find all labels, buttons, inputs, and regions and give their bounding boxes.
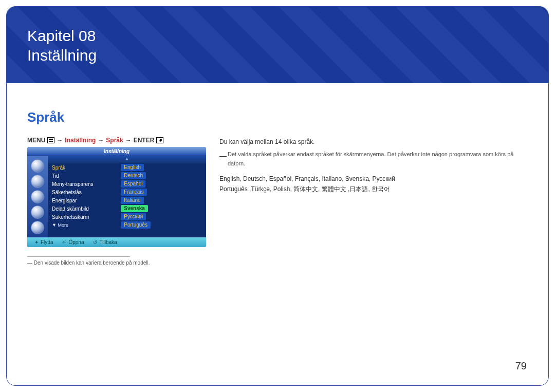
osd-title: Inställning: [27, 147, 206, 156]
arrow-icon: →: [98, 137, 104, 144]
osd-row-value: English: [121, 164, 144, 171]
osd-scroll-up-icon: ▲: [48, 156, 206, 163]
body-note: Det valda språket påverkar endast språke…: [219, 150, 528, 168]
osd-row: Säkerhetslås Français: [48, 188, 206, 196]
image-footnote: Den visade bilden kan variera beroende p…: [27, 260, 207, 266]
osd-row: Språk English: [48, 163, 206, 172]
footnote-rule: [27, 256, 130, 257]
chapter-title: Inställning: [27, 46, 528, 65]
right-column: Du kan välja mellan 14 olika språk. Det …: [219, 137, 528, 194]
osd-more-label: ▼ More: [52, 222, 121, 228]
menu-path-step2: Språk: [106, 137, 123, 144]
chapter-number: Kapitel 08: [27, 26, 528, 46]
osd-row-label: Språk: [52, 165, 121, 171]
osd-footer-move: ✦Flytta: [34, 239, 53, 245]
osd-tab-icon: [31, 206, 44, 219]
osd-row-value: Français: [121, 189, 146, 196]
chapter-banner: Kapitel 08 Inställning: [7, 7, 548, 83]
page-number: 79: [515, 360, 527, 372]
osd-footer-return: ↺Tillbaka: [93, 239, 117, 245]
content-area: Språk MENU → Inställning → Språk → ENTER…: [27, 109, 528, 365]
osd-row-label: Energispar: [52, 198, 121, 203]
osd-menu: ▲ Språk English Tid Deutsch Meny-transpa…: [48, 156, 206, 237]
osd-row: Tid Deutsch: [48, 172, 206, 180]
menu-icon: [47, 137, 54, 143]
osd-row-value: Svenska: [121, 205, 148, 212]
menu-path: MENU → Inställning → Språk → ENTER: [27, 137, 207, 144]
osd-row-label: Tid: [52, 173, 121, 179]
language-list-line1: English, Deutsch, Español, Français, Ita…: [219, 174, 528, 184]
osd-row: Säkerhetsskärm Русский: [48, 213, 206, 221]
arrow-icon: →: [57, 137, 63, 144]
menu-path-menu: MENU: [27, 137, 45, 144]
osd-row: Delad skärmbild Svenska: [48, 204, 206, 213]
osd-tab-icon: [31, 190, 44, 203]
enter-icon: [156, 137, 163, 143]
section-title: Språk: [27, 109, 528, 125]
osd-row-label: Säkerhetslås: [52, 190, 121, 195]
osd-row-value: Português: [121, 221, 151, 229]
osd-row-value: Italiano: [121, 197, 143, 204]
osd-tab-icon: [31, 159, 44, 173]
osd-row-more: ▼ More Português: [48, 221, 206, 229]
osd-row-value: Deutsch: [121, 172, 146, 179]
page-frame: Kapitel 08 Inställning Språk MENU → Inst…: [6, 6, 549, 386]
arrow-icon: →: [125, 137, 132, 144]
osd-row-value: Русский: [121, 213, 146, 220]
language-list-line2: Português ,Türkçe, Polish, 简体中文, 繁體中文 ,日…: [219, 184, 528, 194]
menu-path-enter: ENTER: [134, 137, 155, 144]
osd-row-label: Delad skärmbild: [52, 206, 121, 212]
osd-row-value: Español: [121, 180, 145, 188]
osd-tab-icon: [31, 221, 44, 234]
left-column: MENU → Inställning → Språk → ENTER Instä…: [27, 137, 207, 266]
osd-row: Meny-transparens Español: [48, 180, 206, 188]
osd-footer: ✦Flytta ⏎Öppna ↺Tillbaka: [27, 237, 206, 247]
osd-tab-column: [27, 156, 48, 237]
menu-path-step1: Inställning: [65, 137, 96, 144]
osd-screenshot: Inställning ▲ Språk: [27, 147, 206, 247]
osd-row-label: Meny-transparens: [52, 181, 121, 187]
body-line1: Du kan välja mellan 14 olika språk.: [219, 137, 528, 147]
osd-footer-enter: ⏎Öppna: [62, 239, 84, 245]
osd-row-label: Säkerhetsskärm: [52, 214, 121, 220]
osd-tab-icon: [31, 175, 44, 188]
osd-row: Energispar Italiano: [48, 196, 206, 204]
